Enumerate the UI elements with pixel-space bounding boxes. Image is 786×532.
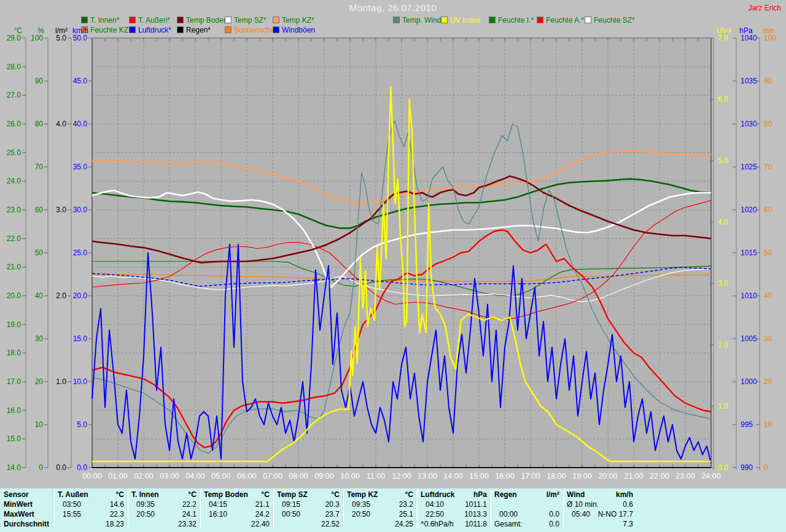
table-cell: Temp KZ (347, 490, 378, 499)
table-cell: 7.3 (578, 519, 633, 529)
table-cell: 18.23 (69, 519, 124, 529)
axis-tick-label: 90 (35, 77, 44, 85)
axis-tick-label: 100 (31, 34, 43, 42)
table-cell: 1011.1 (432, 499, 487, 509)
table-cell: 1011.8 (432, 519, 487, 529)
table-cell: N-NO 17.7 (578, 509, 633, 519)
axis-tick-label: 60 (764, 206, 772, 214)
x-axis-label: 05:00 (211, 472, 230, 480)
table-cell: °C (160, 490, 196, 499)
x-axis-label: 02:00 (134, 472, 153, 480)
axis-tick-label: 30 (764, 334, 772, 343)
x-axis-label: 07:00 (263, 472, 282, 480)
axis-tick-label: 90 (764, 77, 772, 85)
table-cell: km/h (596, 490, 633, 499)
axis-tick-label: 40 (35, 291, 44, 300)
axis-tick-label: 2.0 (718, 341, 728, 349)
axis-tick-label: 0.0 (56, 463, 66, 472)
axis-tick-label: 1040 (741, 34, 757, 42)
x-axis-label: 19:00 (572, 472, 591, 480)
axis-tick-label: 1.0 (718, 402, 728, 411)
axis-tick-label: 3.0 (56, 206, 66, 214)
axis-tick-label: 7.0 (718, 34, 728, 42)
axis-tick-label: 28.0 (7, 63, 21, 71)
table-cell: 22.2 (141, 499, 196, 509)
axis-tick-label: 1035 (741, 77, 757, 85)
table-column-separator (342, 490, 344, 528)
axis-tick-label: 6.0 (718, 95, 728, 104)
axis-tick-label: 10 (764, 420, 772, 429)
table-cell: 25.1 (358, 509, 413, 519)
axis-tick-label: 10.0 (73, 377, 88, 386)
axis-tick-label: 5.0 (56, 34, 66, 42)
axis-tick-label: 15.0 (73, 334, 88, 343)
x-axis-label: 03:00 (160, 472, 179, 480)
table-cell: 22.52 (284, 519, 340, 529)
axis-tick-label: 40.0 (73, 120, 88, 128)
x-axis-label: 12:00 (392, 472, 411, 480)
axis-tick-label: 25.0 (7, 148, 21, 157)
table-cell: 24.25 (358, 519, 413, 529)
axis-tick-label: 16.0 (7, 406, 21, 415)
table-cell: °C (233, 490, 270, 499)
table-cell: °C (87, 490, 124, 499)
table-cell: 0.6 (578, 499, 633, 509)
axis-tick-label: 100 (764, 34, 776, 42)
axis-tick-label: 40 (764, 291, 772, 300)
axis-tick-label: 45.0 (73, 77, 88, 85)
axis-tick-label: 30 (35, 334, 44, 343)
axis-tick-label: 80 (764, 120, 772, 128)
x-axis-label: 20:00 (598, 472, 617, 480)
table-column-separator (416, 490, 418, 528)
x-axis-label: 11:00 (367, 472, 385, 480)
axis-tick-label: 1.0 (56, 377, 66, 386)
table-cell: 22.3 (69, 509, 124, 519)
axis-tick-label: 35.0 (73, 163, 88, 171)
axis-tick-label: 26.0 (7, 120, 21, 128)
axis-tick-label: 990 (741, 463, 753, 472)
axis-tick-label: 25.0 (73, 249, 88, 257)
axis-tick-label: 5.0 (718, 156, 728, 165)
x-axis-label: 10:00 (340, 472, 359, 480)
table-cell: 20.3 (284, 499, 340, 509)
axis-tick-label: 17.0 (7, 377, 21, 386)
axis-tick-label: 22.0 (7, 234, 21, 243)
axis-tick-label: 50 (35, 249, 44, 257)
x-axis-label: 23:00 (675, 472, 695, 480)
axis-tick-label: 4.0 (718, 218, 728, 226)
axis-tick-label: 50.0 (73, 34, 88, 42)
axis-tick-label: 10 (35, 420, 44, 429)
x-axis-label: 08:00 (289, 472, 308, 480)
axis-tick-label: 0.0 (718, 463, 728, 472)
table-cell: 24.2 (214, 509, 270, 519)
table-column-separator (199, 490, 201, 528)
axis-tick-label: 0.0 (77, 463, 87, 472)
axis-tick-label: 15.0 (7, 434, 21, 443)
table-cell: 23.2 (358, 499, 413, 509)
axis-tick-label: 27.0 (7, 91, 21, 99)
table-cell: 21.1 (214, 499, 270, 509)
table-cell: Sensor (4, 490, 29, 499)
table-column-separator (562, 490, 564, 528)
table-cell: T. Außen (58, 490, 88, 499)
table-column-separator (272, 490, 274, 528)
table-cell: 0.0 (504, 509, 559, 519)
axis-tick-label: 70 (764, 163, 772, 171)
axis-tick-label: 1025 (741, 163, 757, 171)
axis-tick-label: 70 (35, 163, 44, 171)
axis-tick-label: 20 (35, 377, 44, 386)
axis-tick-label: 1030 (741, 120, 757, 128)
x-axis-label: 22:00 (650, 472, 669, 480)
x-axis-label: 15:00 (469, 472, 488, 480)
axis-tick-label: 2.0 (56, 291, 66, 300)
axis-tick-label: 0 (39, 463, 43, 472)
table-column-separator (126, 490, 128, 528)
axis-tick-label: 995 (741, 420, 753, 429)
table-cell: Wind (567, 490, 585, 499)
x-axis-label: 21:00 (624, 472, 643, 480)
table-cell: Durchschnitt (4, 519, 49, 529)
table-cell: 23.32 (141, 519, 196, 529)
x-axis-label: 09:00 (314, 472, 333, 480)
axis-tick-label: 23.0 (7, 206, 21, 214)
table-cell: 23.7 (284, 509, 340, 519)
